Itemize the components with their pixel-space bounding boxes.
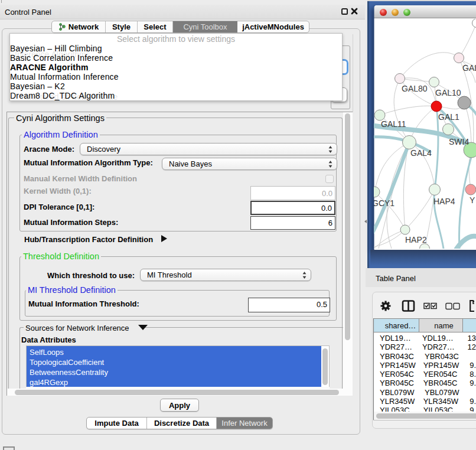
svg-text:HAP2: HAP2 — [405, 235, 427, 244]
svg-text:Y: Y — [470, 195, 475, 205]
svg-text:GCY1: GCY1 — [374, 198, 395, 208]
svg-text:GAL: GAL — [462, 63, 476, 73]
svg-text:GAL80: GAL80 — [402, 84, 428, 93]
svg-text:GAL1: GAL1 — [438, 112, 459, 122]
svg-text:SWI4: SWI4 — [449, 137, 469, 146]
svg-text:HAP4: HAP4 — [433, 197, 455, 206]
svg-text:GAL11: GAL11 — [381, 119, 406, 129]
svg-text:GAL4: GAL4 — [410, 148, 432, 158]
svg-text:GAL10: GAL10 — [435, 88, 461, 97]
